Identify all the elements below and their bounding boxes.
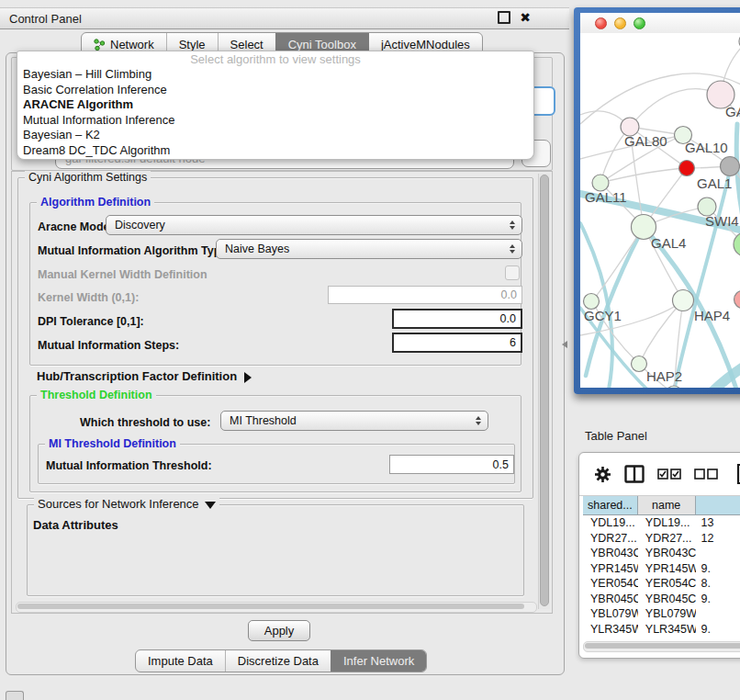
table-cell[interactable]: 9. [696, 561, 740, 577]
tab-impute-data[interactable]: Impute Data [136, 650, 225, 672]
table-cell[interactable] [696, 606, 740, 622]
table-cell[interactable]: 12 [696, 531, 740, 547]
dropdown-item[interactable]: Bayesian – Hill Climbing [17, 67, 533, 83]
aracne-mode-label: Aracne Mode: [38, 220, 114, 233]
aracne-mode-combo[interactable]: Discovery [106, 215, 522, 235]
table-cell[interactable]: YER054C [638, 576, 696, 592]
table-row[interactable]: YLR345WYLR345W9. [583, 622, 740, 638]
dropdown-item[interactable]: Mutual Information Inference [17, 113, 533, 129]
which-threshold-label: Which threshold to use: [80, 416, 210, 429]
settings-horizontal-scrollbar[interactable] [16, 602, 537, 613]
network-window-titlebar[interactable] [580, 13, 740, 34]
table-cell[interactable] [696, 546, 740, 561]
panel-collapse-arrow-icon[interactable] [562, 341, 567, 348]
table-cell[interactable]: 9. [696, 637, 740, 639]
table-cell[interactable]: YLR345W [638, 622, 696, 638]
table-cell[interactable]: YBR045C [583, 592, 638, 607]
network-node-label: GAL [725, 104, 740, 119]
table-cell[interactable]: YPR145W [583, 561, 638, 577]
apply-button[interactable]: Apply [248, 620, 310, 641]
tab-discretize-data[interactable]: Discretize Data [225, 650, 331, 672]
network-node[interactable] [721, 157, 740, 176]
float-window-icon[interactable] [498, 11, 510, 24]
table-row[interactable]: YBL079WYBL079W [583, 606, 740, 622]
deselect-checkboxes-icon[interactable] [694, 469, 718, 480]
mi-threshold-label: Mutual Information Threshold: [46, 459, 212, 472]
algorithm-definition-group: Algorithm Definition Aracne Mode: Discov… [29, 202, 521, 366]
network-edge[interactable] [600, 168, 687, 183]
table-cell[interactable]: YLR345W [583, 622, 638, 638]
network-node-label: GAL1 [697, 175, 732, 191]
network-canvas[interactable]: GALGAL80GAL10GAL1GAL11SWI4GAL4GCY1HAP4YH… [580, 33, 740, 388]
dropdown-item[interactable]: Dream8 DC_TDC Algorithm [17, 143, 533, 159]
select-all-checkboxes-icon[interactable] [657, 469, 681, 480]
table-cell[interactable]: YIL052C [583, 637, 638, 639]
table-column-header[interactable] [696, 496, 740, 515]
table-cell[interactable]: YBR043C [638, 546, 696, 561]
network-view-window[interactable]: GALGAL80GAL10GAL1GAL11SWI4GAL4GCY1HAP4YH… [574, 7, 740, 394]
mi-threshold-input[interactable]: 0.5 [389, 455, 514, 474]
table-cell[interactable]: YDR27... [638, 531, 696, 547]
hub-factor-toggle[interactable]: Hub/Transcription Factor Definition [37, 369, 252, 383]
table-column-header[interactable]: name [638, 496, 696, 515]
dpi-tolerance-input[interactable]: 0.0 [392, 309, 522, 329]
table-cell[interactable]: 9. [696, 622, 740, 638]
gear-icon[interactable] [594, 466, 611, 483]
tab-infer-network[interactable]: Infer Network [331, 650, 426, 672]
table-row[interactable]: YDL19...YDL19...13 [583, 515, 740, 531]
network-node[interactable] [632, 356, 647, 372]
table-row[interactable]: YIL052CYIL052C9. [583, 637, 740, 639]
table-cell[interactable]: YDL19... [583, 515, 638, 531]
table-column-header[interactable]: shared... [583, 496, 638, 515]
network-node[interactable] [666, 386, 682, 388]
dropdown-item[interactable]: Basic Correlation Inference [17, 83, 533, 98]
sources-title[interactable]: Sources for Network Inference [34, 498, 219, 511]
cyni-algorithm-settings-group: Cyni Algorithm Settings Algorithm Defini… [17, 177, 533, 499]
network-node[interactable] [673, 290, 694, 311]
kernel-width-input[interactable]: 0.0 [328, 286, 522, 304]
algorithm-dropdown-popup: Select algorithm to view settings Bayesi… [17, 51, 534, 160]
network-edge[interactable] [592, 227, 644, 301]
file-icon[interactable] [736, 463, 740, 485]
manual-kernel-checkbox[interactable] [505, 265, 520, 280]
minimize-window-icon[interactable] [614, 17, 626, 29]
network-node[interactable] [734, 291, 740, 309]
table-cell[interactable]: YIL052C [638, 637, 696, 639]
table-row[interactable]: YER054CYER054C8. [583, 576, 740, 592]
table-cell[interactable]: 8. [696, 576, 740, 592]
network-node[interactable] [734, 232, 740, 256]
network-node[interactable] [584, 294, 600, 310]
control-panel-title: Control Panel [0, 12, 82, 26]
table-row[interactable]: YDR27...YDR27...12 [583, 531, 740, 547]
network-node-label: HAP4 [694, 308, 730, 323]
columns-icon[interactable] [624, 465, 645, 483]
table-cell[interactable]: YBL079W [583, 606, 638, 622]
table-cell[interactable]: YBR045C [638, 592, 696, 607]
dropdown-item[interactable]: ARACNE Algorithm [17, 97, 533, 113]
dropdown-item[interactable]: Bayesian – K2 [17, 128, 533, 143]
table-panel-title: Table Panel [574, 429, 647, 443]
table-row[interactable]: YBR043CYBR043C [583, 546, 740, 561]
table-cell[interactable]: YBR043C [583, 546, 638, 561]
table-cell[interactable]: YDL19... [638, 515, 696, 531]
mi-type-combo[interactable]: Naive Bayes [216, 239, 522, 259]
minimized-panel-icon[interactable] [6, 691, 24, 700]
table-cell[interactable]: 9. [696, 592, 740, 607]
zoom-window-icon[interactable] [633, 17, 645, 29]
mi-steps-input[interactable]: 6 [392, 333, 522, 353]
close-window-icon[interactable] [595, 17, 607, 29]
table-row[interactable]: YPR145WYPR145W9. [583, 561, 740, 577]
table-cell[interactable]: YBL079W [638, 606, 696, 622]
settings-vertical-scrollbar[interactable] [538, 174, 550, 609]
table-cell[interactable]: YPR145W [638, 561, 696, 577]
which-threshold-combo[interactable]: MI Threshold [220, 411, 488, 431]
close-panel-icon[interactable]: ✖ [520, 11, 531, 24]
table-cell[interactable]: 13 [696, 515, 740, 531]
network-node[interactable] [679, 161, 695, 176]
table-cell[interactable]: YDR27... [583, 531, 638, 547]
table-cell[interactable]: YER054C [583, 576, 638, 592]
network-icon [94, 39, 106, 51]
table-horizontal-scrollbar[interactable] [583, 641, 740, 652]
table-row[interactable]: YBR045CYBR045C9. [583, 592, 740, 607]
mi-type-label: Mutual Information Algorithm Type: [38, 244, 230, 257]
